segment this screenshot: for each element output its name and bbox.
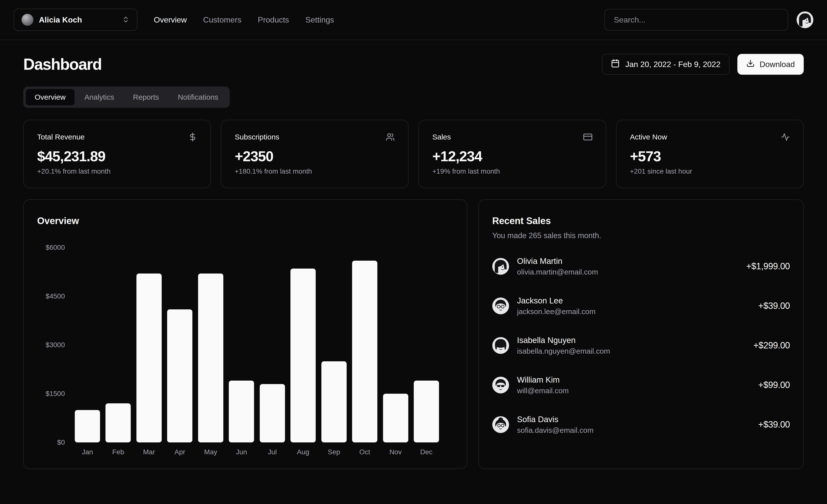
stat-change: +180.1% from last month [235, 167, 395, 175]
customer-email: isabella.nguyen@email.com [517, 347, 610, 355]
stat-icon [188, 132, 197, 142]
search-input[interactable] [604, 9, 788, 31]
chart-bar [322, 361, 347, 442]
chart-column: Jun [229, 381, 254, 456]
chevrons-up-down-icon [122, 16, 130, 24]
dashboard-page: Dashboard Jan 20, 2022 - Feb 9, 2022 Dow… [0, 40, 827, 469]
sale-row: Olivia Martin olivia.martin@email.com +$… [492, 257, 790, 276]
date-range-label: Jan 20, 2022 - Feb 9, 2022 [625, 60, 720, 69]
chart-column: Nov [383, 394, 408, 456]
stat-icon [781, 132, 790, 142]
page-title: Dashboard [23, 55, 101, 73]
tab-item[interactable]: Overview [26, 89, 75, 105]
chart-bar [136, 274, 162, 442]
chart-column: Feb [105, 403, 131, 456]
sale-row: Sofia Davis sofia.davis@email.com +$39.0… [492, 415, 790, 435]
sale-amount: +$299.00 [753, 340, 790, 351]
calendar-icon [611, 59, 620, 70]
y-axis-tick: $6000 [37, 243, 65, 251]
chart-column: May [198, 274, 223, 456]
overview-chart-card: Overview $0$1500$3000$4500$6000JanFebMar… [23, 199, 467, 469]
team-name: Alicia Koch [39, 15, 116, 24]
download-icon [746, 59, 755, 69]
nav-item[interactable]: Settings [305, 15, 334, 24]
x-axis-label: Jan [82, 448, 93, 456]
chart-bar [198, 274, 223, 442]
stat-icon [386, 132, 395, 142]
chart-column: Dec [414, 381, 439, 456]
customer-avatar [492, 258, 509, 275]
x-axis-label: Aug [297, 448, 309, 456]
tab-bar: OverviewAnalyticsReportsNotifications [23, 87, 230, 108]
chart-bars: JanFebMarAprMayJunJulAugSepOctNovDec [75, 247, 439, 456]
bar-chart: $0$1500$3000$4500$6000JanFebMarAprMayJun… [37, 247, 453, 456]
stat-card: Subscriptions +2350 +180.1% from last mo… [221, 120, 408, 188]
team-switcher[interactable]: Alicia Koch [14, 9, 137, 31]
user-avatar [796, 11, 813, 28]
customer-email: will@email.com [517, 387, 569, 395]
sale-row: William Kim will@email.com +$99.00 [492, 375, 790, 395]
chart-bar [105, 403, 131, 442]
app-header: Alicia Koch OverviewCustomersProductsSet… [0, 0, 827, 40]
x-axis-label: May [204, 448, 217, 456]
chart-bar [260, 384, 285, 442]
stat-change: +201 since last hour [630, 167, 790, 175]
chart-bar [290, 269, 316, 442]
chart-bar [352, 261, 377, 442]
x-axis-label: Jul [268, 448, 277, 456]
recent-sales-list: Olivia Martin olivia.martin@email.com +$… [492, 257, 790, 435]
date-range-button[interactable]: Jan 20, 2022 - Feb 9, 2022 [602, 54, 729, 75]
chart-column: Jan [75, 410, 100, 456]
tab-item[interactable]: Analytics [76, 89, 123, 105]
sale-amount: +$39.00 [758, 419, 790, 430]
nav-item[interactable]: Products [258, 15, 289, 24]
download-button[interactable]: Download [737, 54, 804, 75]
stat-title: Sales [432, 133, 451, 141]
nav-item[interactable]: Overview [154, 15, 187, 24]
stat-card: Active Now +573 +201 since last hour [616, 120, 804, 188]
customer-email: sofia.davis@email.com [517, 426, 593, 435]
customer-name: Sofia Davis [517, 415, 593, 424]
nav-item[interactable]: Customers [203, 15, 241, 24]
customer-name: William Kim [517, 375, 569, 385]
stat-value: +2350 [235, 148, 395, 164]
tab-item[interactable]: Reports [124, 89, 168, 105]
customer-avatar [492, 337, 509, 354]
x-axis-label: Mar [143, 448, 155, 456]
stat-title: Total Revenue [37, 133, 85, 141]
stat-value: +573 [630, 148, 790, 164]
chart-column: Oct [352, 261, 377, 456]
recent-sales-title: Recent Sales [492, 216, 790, 226]
chart-bar [167, 310, 192, 442]
chart-column: Aug [290, 269, 316, 456]
chart-bar [414, 381, 439, 442]
stat-title: Subscriptions [235, 133, 279, 141]
team-avatar [21, 14, 34, 26]
chart-bar [229, 381, 254, 442]
x-axis-label: Oct [359, 448, 370, 456]
sale-amount: +$39.00 [758, 301, 790, 311]
customer-avatar [492, 416, 509, 433]
stat-card: Sales +12,234 +19% from last month [419, 120, 606, 188]
stat-value: +12,234 [432, 148, 592, 164]
stat-value: $45,231.89 [37, 148, 197, 164]
customer-name: Olivia Martin [517, 257, 598, 266]
chart-column: Jul [260, 384, 285, 456]
sale-amount: +$99.00 [758, 380, 790, 390]
chart-column: Sep [322, 361, 347, 456]
x-axis-label: Apr [175, 448, 186, 456]
stat-change: +20.1% from last month [37, 167, 197, 175]
chart-column: Mar [136, 274, 162, 456]
tab-item[interactable]: Notifications [169, 89, 227, 105]
y-axis-tick: $4500 [37, 292, 65, 300]
customer-email: jackson.lee@email.com [517, 307, 595, 316]
sale-row: Isabella Nguyen isabella.nguyen@email.co… [492, 336, 790, 355]
x-axis-label: Dec [420, 448, 433, 456]
x-axis-label: Nov [389, 448, 402, 456]
download-label: Download [760, 60, 795, 69]
recent-sales-subtitle: You made 265 sales this month. [492, 231, 790, 240]
chart-bar [383, 394, 408, 442]
user-menu-button[interactable] [796, 11, 813, 28]
chart-column: Apr [167, 310, 192, 456]
chart-title: Overview [37, 216, 453, 226]
